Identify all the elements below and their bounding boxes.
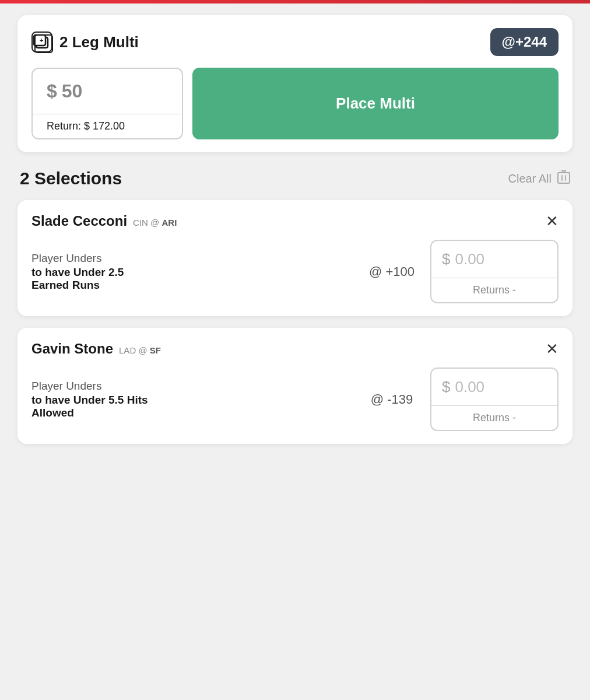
svg-rect-4 [558, 173, 570, 183]
bet-odds-0: @ +100 [363, 264, 421, 279]
place-multi-button[interactable]: Place Multi [192, 68, 559, 139]
close-button-0[interactable]: ✕ [546, 214, 559, 229]
selection-card-slade-cecconi: Slade Cecconi CIN @ ARI ✕ Player Unders … [17, 200, 573, 316]
player-name-group-0: Slade Cecconi CIN @ ARI [31, 213, 177, 229]
svg-rect-1 [34, 35, 45, 46]
top-bar [0, 0, 590, 4]
stake-return: Return: $ 172.00 [33, 114, 182, 138]
player-matchup-0: CIN @ ARI [133, 218, 177, 228]
bet-amount-0: $ 0.00 [431, 241, 557, 278]
multi-card-header: + 2 Leg Multi @+244 [31, 28, 559, 56]
multi-card: + 2 Leg Multi @+244 $50 Return: $ 172.00… [17, 15, 573, 152]
player-matchup-1: LAD @ SF [119, 345, 161, 355]
multi-leg-icon: + [31, 32, 52, 52]
trash-icon [557, 170, 570, 187]
bet-detail-1: to have Under 5.5 Hits Allowed [31, 394, 353, 419]
selection-card-body-1: Player Unders to have Under 5.5 Hits All… [31, 368, 559, 431]
selections-header: 2 Selections Clear All [17, 169, 573, 188]
bet-type-1: Player Unders [31, 380, 353, 393]
player-name-group-1: Gavin Stone LAD @ SF [31, 341, 161, 357]
selections-title: 2 Selections [20, 169, 122, 188]
clear-all-button[interactable]: Clear All [508, 170, 570, 187]
player-name-1: Gavin Stone [31, 341, 113, 357]
stake-amount: $50 [33, 69, 182, 114]
selection-card-header-0: Slade Cecconi CIN @ ARI ✕ [31, 213, 559, 229]
svg-text:+: + [40, 37, 43, 44]
bet-input-box-0[interactable]: $ 0.00 Returns - [430, 240, 559, 303]
multi-odds-badge: @+244 [490, 28, 559, 56]
bet-returns-1: Returns - [431, 405, 557, 430]
stake-currency-symbol: $ [47, 80, 57, 102]
bet-description-1: Player Unders to have Under 5.5 Hits All… [31, 380, 353, 419]
bet-returns-0: Returns - [431, 278, 557, 302]
selection-card-body-0: Player Unders to have Under 2.5 Earned R… [31, 240, 559, 303]
stake-value: 50 [62, 80, 83, 102]
bet-description-0: Player Unders to have Under 2.5 Earned R… [31, 252, 353, 292]
main-container: + 2 Leg Multi @+244 $50 Return: $ 172.00… [0, 4, 590, 467]
clear-all-label: Clear All [508, 172, 552, 186]
multi-card-body: $50 Return: $ 172.00 Place Multi [31, 68, 559, 139]
bet-type-0: Player Unders [31, 252, 353, 265]
bet-amount-1: $ 0.00 [431, 369, 557, 405]
selection-card-gavin-stone: Gavin Stone LAD @ SF ✕ Player Unders to … [17, 328, 573, 444]
multi-card-title: 2 Leg Multi [59, 33, 139, 51]
multi-card-title-group: + 2 Leg Multi [31, 32, 139, 52]
selection-card-header-1: Gavin Stone LAD @ SF ✕ [31, 341, 559, 357]
bet-input-box-1[interactable]: $ 0.00 Returns - [430, 368, 559, 431]
svg-rect-0 [36, 37, 48, 48]
close-button-1[interactable]: ✕ [546, 341, 559, 356]
stake-box[interactable]: $50 Return: $ 172.00 [31, 68, 183, 139]
bet-detail-0: to have Under 2.5 Earned Runs [31, 266, 353, 292]
player-name-0: Slade Cecconi [31, 213, 127, 229]
bet-odds-1: @ -139 [363, 392, 421, 407]
